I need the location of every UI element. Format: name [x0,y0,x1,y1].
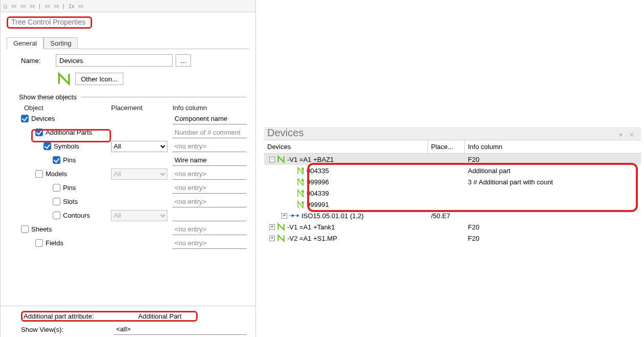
placement-symbols[interactable]: All [111,141,167,152]
editor-toolbar: ⎙▭▭▭|▭▭|1x▭ [1,0,255,12]
tree-control-properties-panel: ⎙▭▭▭|▭▭|1x▭ Tree Control Properties Gene… [0,0,256,337]
devices-tree-body: −-V1 =A1 +BAZ1F20004335Additional part99… [264,154,641,244]
node-symbols: Symbols [54,142,79,150]
info-model-pins[interactable]: <no entry> [173,182,246,194]
additional-part-icon [296,189,305,197]
node-model-pins: Pins [63,184,76,192]
node-fields: Fields [46,239,63,247]
chk-slots[interactable] [53,198,60,205]
info-models[interactable]: <no entry> [173,168,246,180]
tree-row-info: F20 [465,235,641,242]
panel-toolbar-icons: ▾ ✕ [619,131,641,139]
other-icon-button[interactable]: Other Icon... [75,73,123,85]
device-icon [277,223,285,231]
expand-icon[interactable]: + [282,213,287,219]
tree-row[interactable]: −-V1 =A1 +BAZ1F20 [264,154,641,165]
node-devices: Devices [31,115,55,122]
node-slots: Slots [63,198,78,205]
info-sheets[interactable]: <no entry> [173,224,246,235]
tree-row-info: F20 [465,223,641,231]
objects-grid: Object Placement Info column Devices Com… [21,104,246,250]
node-models: Models [46,170,67,178]
collapse-icon[interactable]: − [269,157,275,162]
chk-sheets[interactable] [21,225,29,233]
tree-row-label: 004335 [307,167,329,175]
chk-symbols[interactable] [44,142,51,150]
info-contours[interactable] [173,210,246,221]
info-fields[interactable]: <no entry> [173,238,246,249]
tree-row-label: 004339 [307,189,329,197]
info-pins[interactable]: Wire name [173,155,246,166]
tab-sorting[interactable]: Sorting [44,37,78,49]
expand-icon[interactable]: + [269,224,275,230]
tree-row[interactable]: +ISO15.05.01.01 (1,2)/50.E7 [264,210,641,221]
show-views-value[interactable]: <all> [114,324,246,335]
chk-devices[interactable] [21,115,29,122]
chk-model-pins[interactable] [53,184,60,192]
symbol-icon [289,212,299,219]
additional-part-attribute-label: Additional part attribute: [24,312,117,320]
col-info: Info column [173,104,246,112]
tree-row-info: Additional part [465,167,641,175]
tree-row-label: ISO15.05.01.01 (1,2) [302,212,363,220]
additional-part-icon [296,166,305,175]
device-icon [277,234,285,242]
tree-row[interactable]: 004339 [264,187,641,199]
chk-pins[interactable] [53,156,60,164]
col-placement: Placement [111,104,173,112]
node-additional-parts: Additional Parts [46,129,92,136]
col-devices[interactable]: Devices [264,140,428,154]
svg-marker-11 [297,214,299,217]
col-object: Object [24,104,111,112]
browse-button[interactable]: ... [176,54,191,67]
additional-part-attribute-value[interactable]: Additional Part [138,312,182,320]
tabs: General Sorting [7,37,255,49]
name-input[interactable] [56,54,173,67]
device-icon [277,155,285,163]
info-additional-parts[interactable]: Number of # comment [173,127,246,138]
expand-icon[interactable]: + [269,236,275,241]
chk-additional-parts[interactable] [35,129,43,136]
info-symbols[interactable]: <no entry> [173,141,246,152]
tree-row-label: 999991 [307,201,329,208]
additional-part-icon [296,178,305,186]
devices-panel-title: Devices [267,127,304,139]
devices-tree-panel: Devices ▾ ✕ Devices Place... Info column… [264,127,641,244]
tree-row[interactable]: 999991 [264,199,641,210]
tree-row[interactable]: 004335Additional part [264,165,641,176]
tree-row-label: -V1 =A1 +Tank1 [287,223,335,231]
show-views-label: Show View(s): [21,326,114,333]
placement-models: All [111,168,167,180]
col-info[interactable]: Info column [465,140,641,154]
devices-grid-header: Devices Place... Info column [264,140,641,154]
chk-models[interactable] [35,170,43,178]
device-icon [56,71,72,87]
node-pins: Pins [63,156,76,164]
svg-marker-9 [292,214,295,217]
tree-row[interactable]: +-V2 =A1 +S1.MPF20 [264,233,641,244]
chk-contours[interactable] [53,212,60,219]
tree-row[interactable]: 9999963 # Additional part with count [264,176,641,187]
chk-fields[interactable] [35,239,43,247]
col-place[interactable]: Place... [428,140,465,154]
tab-general[interactable]: General [7,37,44,49]
tree-row-label: -V2 =A1 +S1.MP [287,235,337,242]
name-label: Name: [21,57,56,65]
additional-part-icon [296,200,305,208]
node-sheets: Sheets [31,225,52,233]
info-slots[interactable]: <no entry> [173,196,246,207]
tree-row-label: 999996 [307,178,329,186]
node-contours: Contours [63,212,90,219]
tree-row[interactable]: +-V1 =A1 +Tank1F20 [264,221,641,233]
info-devices[interactable]: Component name [173,113,246,124]
tree-row-place: /50.E7 [428,212,465,220]
tree-row-info: F20 [465,156,641,163]
placement-contours: All [111,210,167,221]
section-show-objects: Show these objects [19,93,77,101]
tree-row-label: -V1 =A1 +BAZ1 [287,156,334,163]
tree-row-info: 3 # Additional part with count [465,178,641,186]
panel-title: Tree Control Properties [7,16,92,29]
